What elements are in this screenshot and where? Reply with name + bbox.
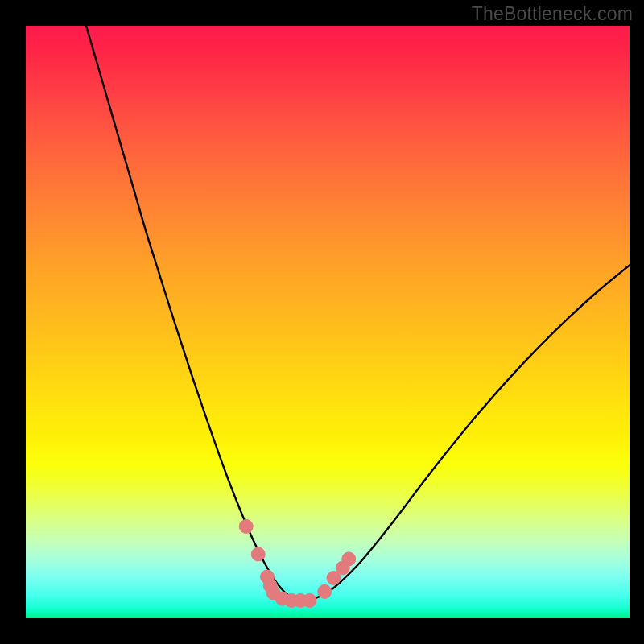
curve-layer (26, 26, 630, 618)
data-marker (318, 584, 332, 598)
chart-frame: TheBottleneck.com (0, 0, 644, 644)
watermark-text: TheBottleneck.com (472, 3, 633, 25)
data-markers (239, 519, 356, 607)
bottleneck-curve (86, 26, 630, 601)
data-marker (251, 547, 265, 561)
data-marker (239, 519, 253, 533)
data-marker (303, 593, 316, 607)
data-marker (342, 552, 356, 566)
plot-area (26, 26, 630, 618)
